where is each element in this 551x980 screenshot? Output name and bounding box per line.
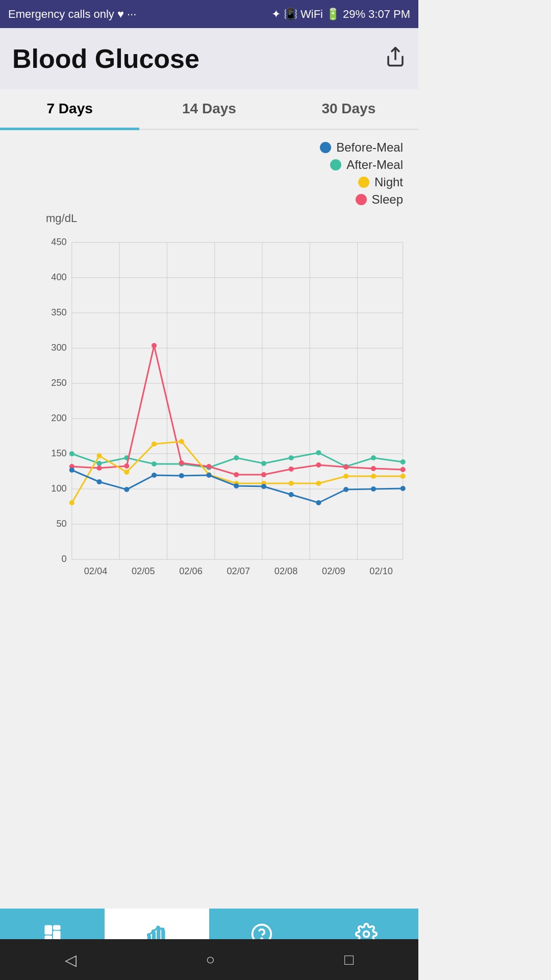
chart-legend: Before-Meal After-Meal Night Sleep bbox=[5, 140, 413, 207]
sleep-point bbox=[316, 462, 321, 468]
before-meal-point bbox=[316, 500, 321, 505]
svg-text:02/10: 02/10 bbox=[369, 566, 393, 576]
sleep-line bbox=[72, 346, 403, 475]
svg-text:02/09: 02/09 bbox=[322, 566, 345, 576]
before-meal-point bbox=[124, 487, 129, 492]
night-point bbox=[371, 474, 376, 479]
emergency-text: Emergency calls only bbox=[8, 8, 114, 21]
night-point bbox=[343, 474, 348, 479]
svg-text:02/06: 02/06 bbox=[179, 566, 203, 576]
status-bar: Emergency calls only ♥ ··· ✦ 📳 WiFi 🔋 29… bbox=[0, 0, 418, 28]
night-point bbox=[69, 500, 74, 505]
after-meal-point bbox=[400, 459, 406, 464]
svg-text:250: 250 bbox=[51, 378, 66, 388]
after-meal-point bbox=[371, 455, 376, 460]
sleep-point bbox=[97, 465, 102, 471]
svg-text:02/08: 02/08 bbox=[274, 566, 298, 576]
share-button[interactable] bbox=[385, 46, 406, 72]
chart-area: mg/dL bbox=[5, 212, 413, 612]
after-meal-point bbox=[316, 450, 321, 455]
svg-container: 450 400 350 300 250 200 150 100 50 0 bbox=[41, 227, 413, 586]
legend-night: Night bbox=[358, 175, 403, 189]
sleep-point bbox=[371, 466, 376, 471]
sleep-point bbox=[152, 343, 157, 348]
before-meal-point bbox=[371, 486, 376, 492]
battery-percent: 29% bbox=[343, 8, 365, 21]
glucose-chart: 450 400 350 300 250 200 150 100 50 0 bbox=[41, 227, 413, 584]
before-meal-point bbox=[97, 479, 102, 484]
svg-text:150: 150 bbox=[51, 448, 66, 458]
y-axis-unit: mg/dL bbox=[41, 212, 413, 225]
page-title: Blood Glucose bbox=[12, 43, 199, 74]
after-meal-point bbox=[234, 455, 239, 460]
back-button[interactable]: ◁ bbox=[65, 951, 77, 969]
svg-text:200: 200 bbox=[51, 413, 66, 423]
after-meal-point bbox=[261, 461, 266, 466]
svg-text:02/04: 02/04 bbox=[84, 566, 108, 576]
before-meal-point bbox=[234, 483, 239, 488]
svg-rect-36 bbox=[45, 925, 52, 934]
svg-text:0: 0 bbox=[62, 554, 67, 564]
before-meal-dot bbox=[320, 142, 331, 153]
svg-text:450: 450 bbox=[51, 237, 66, 247]
night-point bbox=[289, 481, 294, 486]
night-point bbox=[124, 470, 129, 475]
svg-text:02/07: 02/07 bbox=[227, 566, 250, 576]
battery-icon: 🔋 bbox=[326, 8, 340, 21]
ellipsis-icon: ··· bbox=[127, 8, 136, 21]
vibrate-icon: 📳 bbox=[284, 8, 297, 21]
before-meal-point bbox=[400, 486, 406, 491]
content-area: Before-Meal After-Meal Night Sleep mg/dL bbox=[0, 130, 418, 734]
after-meal-point bbox=[97, 461, 102, 466]
sleep-point bbox=[234, 472, 239, 477]
sleep-point bbox=[400, 467, 406, 472]
home-button[interactable]: ○ bbox=[206, 951, 215, 968]
sleep-point bbox=[206, 464, 211, 469]
tab-14days[interactable]: 14 Days bbox=[139, 89, 279, 130]
period-tabs: 7 Days 14 Days 30 Days bbox=[0, 89, 418, 130]
sleep-point bbox=[179, 460, 184, 465]
sleep-dot bbox=[356, 194, 367, 205]
status-right: ✦ 📳 WiFi 🔋 29% 3:07 PM bbox=[271, 8, 410, 21]
legend-after-meal: After-Meal bbox=[330, 158, 403, 172]
night-point bbox=[316, 481, 321, 486]
app-header: Blood Glucose bbox=[0, 28, 418, 89]
before-meal-point bbox=[206, 473, 211, 478]
bluetooth-icon: ✦ bbox=[271, 8, 281, 21]
night-dot bbox=[358, 177, 369, 188]
sleep-point bbox=[289, 467, 294, 472]
svg-point-47 bbox=[161, 928, 164, 931]
sleep-point bbox=[343, 464, 348, 470]
night-point bbox=[179, 439, 184, 444]
svg-point-45 bbox=[152, 929, 155, 933]
before-meal-point bbox=[343, 487, 348, 492]
after-meal-point bbox=[69, 451, 74, 456]
svg-point-44 bbox=[147, 934, 150, 937]
before-meal-point bbox=[289, 492, 294, 497]
night-point bbox=[152, 442, 157, 447]
system-nav-bar: ◁ ○ □ bbox=[0, 939, 418, 980]
svg-text:100: 100 bbox=[51, 483, 66, 494]
before-meal-point bbox=[179, 473, 184, 478]
sleep-point bbox=[261, 472, 266, 477]
night-point bbox=[97, 453, 102, 458]
before-meal-point bbox=[69, 468, 74, 473]
svg-text:50: 50 bbox=[56, 519, 66, 529]
status-left: Emergency calls only ♥ ··· bbox=[8, 8, 136, 21]
svg-rect-38 bbox=[53, 925, 60, 929]
time-display: 3:07 PM bbox=[368, 8, 410, 21]
tab-7days[interactable]: 7 Days bbox=[0, 89, 139, 130]
chart-container: Before-Meal After-Meal Night Sleep mg/dL bbox=[0, 130, 418, 617]
svg-text:400: 400 bbox=[51, 272, 66, 282]
after-meal-point bbox=[152, 461, 157, 467]
svg-text:350: 350 bbox=[51, 307, 66, 317]
sleep-point bbox=[124, 463, 129, 469]
night-line bbox=[72, 442, 403, 503]
after-meal-point bbox=[289, 455, 294, 460]
before-meal-point bbox=[152, 473, 157, 478]
legend-before-meal: Before-Meal bbox=[320, 140, 403, 155]
tab-30days[interactable]: 30 Days bbox=[279, 89, 418, 130]
legend-sleep: Sleep bbox=[356, 192, 403, 207]
recents-button[interactable]: □ bbox=[344, 951, 354, 968]
svg-text:300: 300 bbox=[51, 342, 66, 353]
